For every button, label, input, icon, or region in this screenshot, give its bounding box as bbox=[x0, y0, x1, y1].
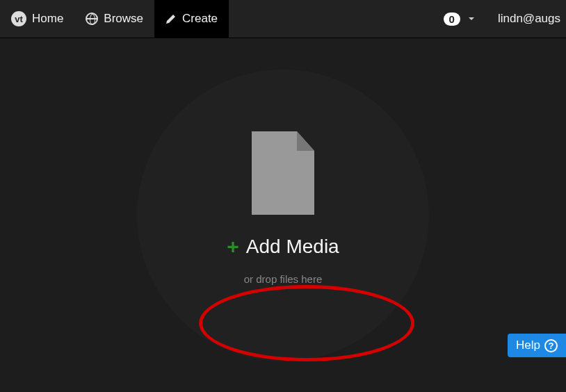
add-media-button[interactable]: + Add Media bbox=[227, 236, 339, 258]
count-badge: 0 bbox=[444, 13, 460, 26]
content-area: + Add Media or drop files here Help ? bbox=[0, 38, 566, 392]
nav-browse-label: Browse bbox=[104, 12, 143, 26]
help-icon: ? bbox=[544, 339, 558, 352]
user-menu[interactable]: lindn@augs bbox=[485, 12, 566, 26]
nav-home[interactable]: vt Home bbox=[0, 0, 74, 38]
help-button[interactable]: Help ? bbox=[508, 334, 566, 357]
add-media-dropzone[interactable]: + Add Media or drop files here bbox=[137, 70, 429, 361]
add-media-label: Add Media bbox=[246, 236, 339, 258]
nav-create[interactable]: Create bbox=[154, 0, 229, 38]
drop-hint: or drop files here bbox=[244, 273, 323, 285]
notification-count[interactable]: 0 bbox=[432, 0, 485, 38]
logo-badge: vt bbox=[11, 11, 26, 26]
plus-icon: + bbox=[227, 236, 239, 257]
nav-home-label: Home bbox=[32, 12, 63, 26]
globe-icon bbox=[86, 13, 98, 25]
file-icon bbox=[248, 131, 318, 215]
nav-left: vt Home Browse Create bbox=[0, 0, 229, 38]
caret-down-icon bbox=[469, 17, 474, 20]
nav-create-label: Create bbox=[182, 12, 218, 26]
nav-browse[interactable]: Browse bbox=[74, 0, 154, 38]
pencil-icon bbox=[165, 13, 177, 24]
nav-right: 0 lindn@augs bbox=[432, 0, 566, 38]
top-navbar: vt Home Browse Create 0 lindn@augs bbox=[0, 0, 566, 38]
help-label: Help bbox=[516, 338, 540, 352]
